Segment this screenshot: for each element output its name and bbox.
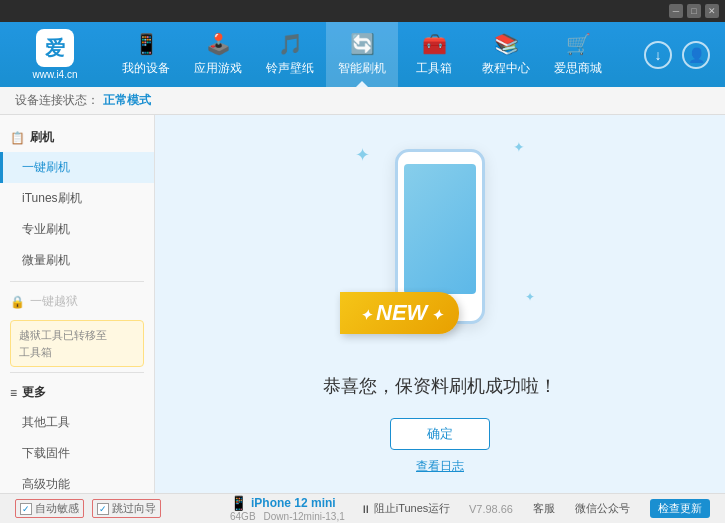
device-storage: 64GB xyxy=(230,511,256,522)
check-update-button[interactable]: 检查更新 xyxy=(650,499,710,518)
download-button[interactable]: ↓ xyxy=(644,41,672,69)
sidebar-item-micro-flash[interactable]: 微量刷机 xyxy=(0,245,154,276)
nav-app-games-label: 应用游戏 xyxy=(194,60,242,77)
status-label: 设备连接状态： xyxy=(15,92,99,109)
nav-ringtone[interactable]: 🎵 铃声壁纸 xyxy=(254,22,326,87)
device-name: iPhone 12 mini xyxy=(251,496,336,510)
skip-wizard-checkbox-item[interactable]: 跳过向导 xyxy=(92,499,161,518)
nav-store[interactable]: 🛒 爱思商城 xyxy=(542,22,614,87)
device-phone-icon: 📱 xyxy=(230,495,247,511)
sparkle-bottom-right-icon: ✦ xyxy=(525,290,535,304)
auto-redirect-checkbox[interactable] xyxy=(20,503,32,515)
sidebar-item-pro-flash[interactable]: 专业刷机 xyxy=(0,214,154,245)
nav-toolbox-label: 工具箱 xyxy=(416,60,452,77)
stop-itunes-button[interactable]: ⏸ 阻止iTunes运行 xyxy=(360,501,451,516)
device-firmware: Down-12mini-13,1 xyxy=(264,511,345,522)
user-button[interactable]: 👤 xyxy=(682,41,710,69)
nav-my-device[interactable]: 📱 我的设备 xyxy=(110,22,182,87)
nav-tutorial-label: 教程中心 xyxy=(482,60,530,77)
toolbox-icon: 🧰 xyxy=(422,32,447,56)
logo-icon: 爱 xyxy=(36,29,74,67)
device-info: 📱 iPhone 12 mini 64GB Down-12mini-13,1 xyxy=(215,495,360,522)
sidebar-item-one-key-flash[interactable]: 一键刷机 xyxy=(0,152,154,183)
phone-illustration: ✦ ✦ NEW ✦ xyxy=(340,134,540,354)
smart-flash-icon: 🔄 xyxy=(350,32,375,56)
window-controls: ─ □ ✕ xyxy=(669,4,719,18)
ringtone-icon: 🎵 xyxy=(278,32,303,56)
nav-app-games[interactable]: 🕹️ 应用游戏 xyxy=(182,22,254,87)
status-value: 正常模式 xyxy=(103,92,151,109)
nav-right: ↓ 👤 xyxy=(629,41,725,69)
sidebar-item-other-tools[interactable]: 其他工具 xyxy=(0,407,154,438)
version-text: V7.98.66 xyxy=(469,503,513,515)
flash-section-icon: 📋 xyxy=(10,131,25,145)
nav-store-label: 爱思商城 xyxy=(554,60,602,77)
sidebar-item-download-firmware[interactable]: 下载固件 xyxy=(0,438,154,469)
auto-redirect-label: 自动敏感 xyxy=(35,501,79,516)
flash-section-title: 📋 刷机 xyxy=(0,123,154,152)
sidebar-divider-2 xyxy=(10,372,144,373)
more-icon: ≡ xyxy=(10,386,17,400)
logo-area: 爱 www.i4.cn xyxy=(0,29,110,80)
jailbreak-note: 越狱工具已转移至工具箱 xyxy=(10,320,144,367)
bottom-bar: 自动敏感 跳过向导 📱 iPhone 12 mini 64GB Down-12m… xyxy=(0,493,725,523)
minimize-button[interactable]: ─ xyxy=(669,4,683,18)
nav-ringtone-label: 铃声壁纸 xyxy=(266,60,314,77)
stop-icon: ⏸ xyxy=(360,503,371,515)
sidebar-item-itunes-flash[interactable]: iTunes刷机 xyxy=(0,183,154,214)
skip-wizard-label: 跳过向导 xyxy=(112,501,156,516)
main-layout: 📋 刷机 一键刷机 iTunes刷机 专业刷机 微量刷机 🔒 一键越狱 越狱工具… xyxy=(0,115,725,493)
nav-smart-flash[interactable]: 🔄 智能刷机 xyxy=(326,22,398,87)
logo-url: www.i4.cn xyxy=(32,69,77,80)
bottom-left: 自动敏感 跳过向导 xyxy=(15,499,215,518)
tutorial-icon: 📚 xyxy=(494,32,519,56)
content-area: ✦ ✦ NEW ✦ 恭喜您，保资料刷机成功啦！ 确定 查看日志 xyxy=(155,115,725,493)
phone-screen xyxy=(404,164,476,294)
new-badge: NEW xyxy=(340,292,459,334)
customer-service-link[interactable]: 客服 xyxy=(533,501,555,516)
more-section-title: ≡ 更多 xyxy=(0,378,154,407)
success-text: 恭喜您，保资料刷机成功啦！ xyxy=(323,374,557,398)
skip-wizard-checkbox[interactable] xyxy=(97,503,109,515)
store-icon: 🛒 xyxy=(566,32,591,56)
nav-items: 📱 我的设备 🕹️ 应用游戏 🎵 铃声壁纸 🔄 智能刷机 🧰 工具箱 📚 教程中… xyxy=(110,22,629,87)
sidebar-jailbreak-disabled: 🔒 一键越狱 xyxy=(0,287,154,316)
auto-redirect-checkbox-item[interactable]: 自动敏感 xyxy=(15,499,84,518)
sidebar-item-advanced[interactable]: 高级功能 xyxy=(0,469,154,493)
nav-tutorial[interactable]: 📚 教程中心 xyxy=(470,22,542,87)
title-bar: ─ □ ✕ xyxy=(0,0,725,22)
my-device-icon: 📱 xyxy=(134,32,159,56)
top-nav: 爱 www.i4.cn 📱 我的设备 🕹️ 应用游戏 🎵 铃声壁纸 🔄 智能刷机… xyxy=(0,22,725,87)
lock-icon: 🔒 xyxy=(10,295,25,309)
bottom-right: V7.98.66 客服 微信公众号 检查更新 xyxy=(469,499,710,518)
nav-toolbox[interactable]: 🧰 工具箱 xyxy=(398,22,470,87)
wechat-link[interactable]: 微信公众号 xyxy=(575,501,630,516)
nav-smart-flash-label: 智能刷机 xyxy=(338,60,386,77)
sparkle-top-right-icon: ✦ xyxy=(513,139,525,155)
sidebar-divider-1 xyxy=(10,281,144,282)
daily-link[interactable]: 查看日志 xyxy=(416,458,464,475)
nav-my-device-label: 我的设备 xyxy=(122,60,170,77)
status-bar: 设备连接状态： 正常模式 xyxy=(0,87,725,115)
confirm-button[interactable]: 确定 xyxy=(390,418,490,450)
sparkle-top-left-icon: ✦ xyxy=(355,144,370,166)
close-button[interactable]: ✕ xyxy=(705,4,719,18)
app-games-icon: 🕹️ xyxy=(206,32,231,56)
sidebar: 📋 刷机 一键刷机 iTunes刷机 专业刷机 微量刷机 🔒 一键越狱 越狱工具… xyxy=(0,115,155,493)
maximize-button[interactable]: □ xyxy=(687,4,701,18)
